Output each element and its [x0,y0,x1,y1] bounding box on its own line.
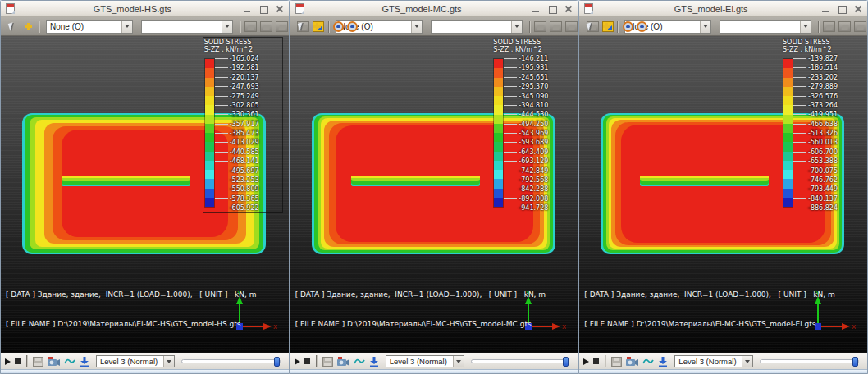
graph-button[interactable] [354,357,365,366]
close-icon[interactable] [276,4,284,14]
wireframe-view-icon[interactable] [244,21,257,32]
legend-label-row: -413.029 [215,139,259,146]
legend-color-swatch [494,105,503,114]
export-button[interactable] [80,357,89,367]
download-arrow-icon [658,357,668,367]
export-button[interactable] [369,357,379,367]
frame-slider[interactable] [181,359,281,363]
close-icon[interactable] [854,4,862,14]
legend-label-row: -941.728 [504,204,548,212]
select-add-icon[interactable] [21,20,35,34]
legend-value: -643.409 [519,148,548,156]
graph-button[interactable] [64,357,75,366]
legend-label-row: -550.809 [215,185,259,193]
result-combobox[interactable] [141,20,233,34]
slider-thumb[interactable] [274,357,280,367]
selection-filter-combobox[interactable]: None (O) [46,20,133,34]
record-animation-button[interactable] [337,357,349,367]
rotate-left-icon[interactable] [333,21,344,32]
wireframe-view-icon[interactable] [534,21,546,32]
title-bar[interactable]: GTS_model-El.gts [579,1,867,17]
title-bar[interactable]: GTS_model-MC.gts [290,1,578,17]
restore-icon[interactable] [548,4,556,14]
model-viewport[interactable]: SOLID STRESS S-ZZ , kN/m^2 -139.827-186.… [579,36,867,353]
legend-label-row: -247.693 [215,83,259,90]
chevron-down-icon[interactable] [411,21,422,33]
minimize-icon[interactable] [821,4,829,14]
level-combobox[interactable]: Level 3 (Normal) [96,355,175,367]
legend-color-swatch [205,115,214,124]
level-combobox[interactable]: Level 3 (Normal) [386,355,464,367]
play-button[interactable] [583,358,589,365]
minimize-icon[interactable] [532,4,540,14]
graph-button[interactable] [642,357,654,366]
legend-label-row: -186.514 [793,64,838,71]
result-combobox[interactable] [720,20,811,34]
chevron-down-icon[interactable] [700,21,710,33]
legend-label-row: -468.141 [215,157,259,165]
legend-value: -840.137 [808,195,838,203]
legend-label-row: -295.370 [504,83,548,90]
title-bar[interactable]: GTS_model-HS.gts [1,1,289,17]
legend-color-bar [204,58,215,208]
play-button[interactable] [295,358,300,365]
record-animation-button[interactable] [626,357,638,367]
level-combobox-value: Level 3 (Normal) [678,357,740,366]
wireframe-view-icon[interactable] [823,21,835,32]
legend-label-row: -892.008 [504,195,548,203]
save-animation-button[interactable] [33,357,43,367]
shaded-view-icon[interactable] [838,21,851,32]
legend-value: -606.700 [808,148,838,156]
toolbar-separator [605,355,605,367]
chevron-down-icon[interactable] [121,21,132,33]
save-animation-button[interactable] [611,357,622,367]
stop-button[interactable] [304,358,310,364]
restore-icon[interactable] [838,4,846,14]
legend-value: -842.288 [519,185,548,193]
chevron-down-icon[interactable] [163,356,174,367]
hidden-line-view-icon[interactable] [565,21,578,32]
stop-button[interactable] [593,358,599,364]
rotate-right-icon[interactable] [347,21,358,32]
frame-slider[interactable] [760,359,859,363]
chevron-down-icon[interactable] [511,21,522,33]
result-combobox[interactable] [431,20,523,34]
chevron-down-icon[interactable] [800,21,811,33]
chevron-down-icon[interactable] [453,356,464,367]
shaded-view-icon[interactable] [260,21,272,32]
slider-thumb[interactable] [563,357,569,367]
rotate-left-icon[interactable] [623,21,633,32]
select-pick-icon[interactable] [4,20,19,34]
legend-label-row: -373.264 [793,102,838,109]
level-combobox[interactable]: Level 3 (Normal) [674,355,753,367]
restore-icon[interactable] [259,4,267,14]
hidden-line-view-icon[interactable] [854,21,866,32]
play-button[interactable] [5,358,11,365]
legend-label-row: -444.530 [504,111,548,118]
slider-thumb[interactable] [852,357,858,367]
legend-title: SOLID STRESS S-ZZ , kN/m^2 [203,38,282,55]
legend-color-swatch [205,68,214,77]
shaded-view-icon[interactable] [550,21,562,32]
export-button[interactable] [658,357,668,367]
window-bottom-frame [1,369,289,373]
legend-label-row: -165.024 [215,55,259,62]
close-icon[interactable] [564,4,573,14]
chevron-down-icon[interactable] [222,21,232,33]
model-viewport[interactable]: SOLID STRESS S-ZZ , kN/m^2 -165.024-192.… [1,36,289,353]
save-animation-button[interactable] [322,357,333,367]
frame-slider[interactable] [471,359,570,363]
stop-button[interactable] [15,358,21,364]
rotate-right-icon[interactable] [637,21,647,32]
window-controls [821,4,862,14]
window-title: GTS_model-HS.gts [25,4,240,14]
legend-label-row: -357.917 [215,121,259,128]
x-axis-arrow-icon [552,323,560,330]
chevron-down-icon[interactable] [742,356,752,367]
result-status-text: [ DATA ] Здание, здание, INCR=1 (LOAD=1.… [295,270,546,349]
legend-value: -165.024 [230,55,259,62]
minimize-icon[interactable] [243,4,251,14]
record-animation-button[interactable] [48,357,60,367]
model-viewport[interactable]: SOLID STRESS S-ZZ , kN/m^2 -146.211-195.… [290,36,578,353]
hidden-line-view-icon[interactable] [276,21,288,32]
